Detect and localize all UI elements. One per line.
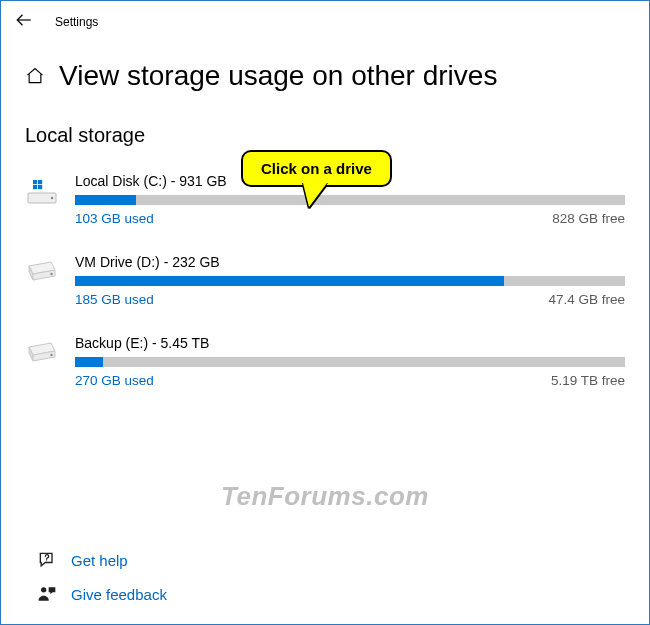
drive-stats: 185 GB used47.4 GB free (75, 292, 625, 307)
watermark-text: TenForums.com (1, 481, 649, 512)
drive-stats: 270 GB used5.19 TB free (75, 373, 625, 388)
drive-free: 828 GB free (552, 211, 625, 226)
give-feedback-label: Give feedback (71, 586, 167, 603)
svg-rect-6 (38, 185, 42, 189)
drive-free: 5.19 TB free (551, 373, 625, 388)
drive-used: 103 GB used (75, 211, 154, 226)
drive-item[interactable]: Backup (E:) - 5.45 TB270 GB used5.19 TB … (25, 323, 625, 404)
drive-icon (25, 335, 59, 369)
storage-bar (75, 195, 625, 205)
give-feedback-link[interactable]: Give feedback (37, 584, 167, 604)
storage-bar-fill (75, 357, 103, 367)
svg-rect-5 (33, 185, 37, 189)
svg-point-8 (50, 354, 52, 356)
instruction-callout: Click on a drive (241, 150, 392, 187)
drive-name: VM Drive (D:) - 232 GB (75, 254, 625, 270)
svg-point-2 (51, 197, 54, 200)
get-help-link[interactable]: Get help (37, 550, 167, 570)
storage-bar (75, 276, 625, 286)
svg-rect-3 (33, 180, 37, 184)
app-title: Settings (55, 15, 98, 29)
feedback-icon (37, 584, 57, 604)
back-button[interactable] (15, 11, 33, 32)
drive-icon (25, 254, 59, 288)
svg-rect-4 (38, 180, 42, 184)
home-icon[interactable] (25, 66, 45, 86)
drive-name: Backup (E:) - 5.45 TB (75, 335, 625, 351)
drive-stats: 103 GB used828 GB free (75, 211, 625, 226)
get-help-label: Get help (71, 552, 128, 569)
drive-used: 270 GB used (75, 373, 154, 388)
drive-body: Backup (E:) - 5.45 TB270 GB used5.19 TB … (75, 335, 625, 388)
storage-bar-fill (75, 195, 136, 205)
drive-body: VM Drive (D:) - 232 GB185 GB used47.4 GB… (75, 254, 625, 307)
drive-used: 185 GB used (75, 292, 154, 307)
title-bar: Settings (1, 1, 649, 40)
drive-free: 47.4 GB free (548, 292, 625, 307)
drive-icon (25, 173, 59, 207)
svg-point-7 (50, 273, 52, 275)
footer-links: Get help Give feedback (37, 550, 167, 604)
svg-point-10 (41, 587, 46, 592)
page-title: View storage usage on other drives (59, 60, 497, 92)
heading-row: View storage usage on other drives (1, 40, 649, 98)
svg-point-9 (46, 560, 47, 561)
help-icon (37, 550, 57, 570)
storage-bar (75, 357, 625, 367)
drive-item[interactable]: VM Drive (D:) - 232 GB185 GB used47.4 GB… (25, 242, 625, 323)
storage-bar-fill (75, 276, 504, 286)
